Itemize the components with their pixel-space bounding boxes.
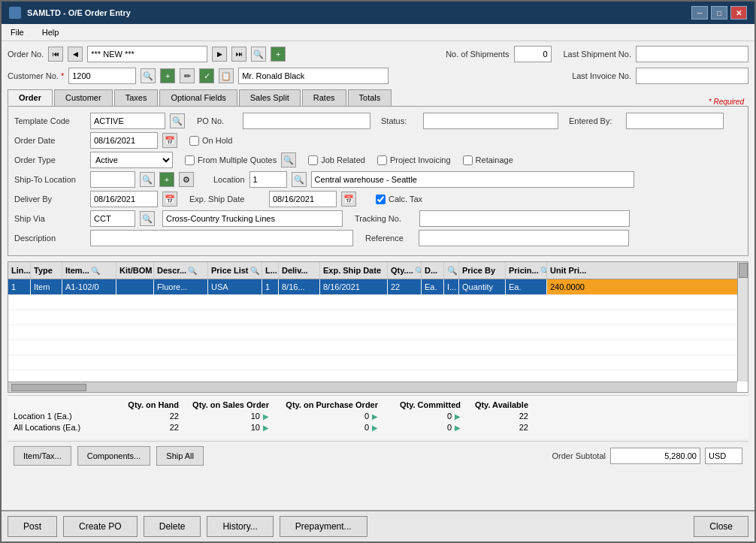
exp-ship-date-input[interactable]: 08/16/2021 [269,191,337,207]
customer-add-button[interactable]: + [160,68,175,83]
order-search-button[interactable]: 🔍 [251,47,266,62]
cell-qty: 22 [388,279,422,294]
deliver-by-calendar[interactable]: 📅 [162,192,177,207]
retainage-checkbox[interactable] [463,155,473,165]
post-button[interactable]: Post [8,516,57,537]
job-related-checkbox[interactable] [308,155,318,165]
components-button[interactable]: Components... [77,446,151,466]
close-button[interactable]: ✕ [730,6,747,20]
minimize-button[interactable]: ─ [691,6,708,20]
title-bar: SAMLTD - O/E Order Entry ─ □ ✕ [2,2,754,24]
item-tax-button[interactable]: Item/Tax... [14,446,71,466]
col-type: Type [31,262,62,279]
all-purchase-order-arrow-icon[interactable]: ▶ [372,424,378,432]
all-locations-qty-row: All Locations (Ea.) 22 10 ▶ 0 ▶ 0 ▶ 22 [14,423,742,432]
all-locations-qty-on-sales-order-cell: 10 ▶ [179,423,269,432]
tab-customer[interactable]: Customer [54,89,113,106]
prepayment-button[interactable]: Prepayment... [280,516,367,537]
table-row [8,325,748,340]
location-input[interactable]: 1 [249,171,287,188]
last-shipment-input[interactable] [636,46,748,62]
po-no-input[interactable] [243,113,370,129]
order-add-button[interactable]: + [271,47,286,62]
customer-no-input[interactable]: 1200 [68,68,136,84]
customer-edit-button[interactable]: ✏ [180,68,195,83]
vertical-scrollbar[interactable] [737,262,748,382]
location-search-button[interactable]: 🔍 [292,172,307,187]
col-qty-label: Qty.... [391,266,413,275]
table-row[interactable]: 1 Item A1-102/0 Fluore... USA 1 8/16... … [8,279,748,295]
tab-totals[interactable]: Totals [348,89,392,106]
no-shipments-input[interactable]: 0 [514,46,552,62]
order-date-input[interactable]: 08/16/2021 [90,132,158,149]
title-controls[interactable]: ─ □ ✕ [691,6,747,20]
project-invoicing-checkbox[interactable] [377,155,387,165]
all-locations-qty-committed-cell: 0 ▶ [378,423,461,432]
calc-tax-label: Calc. Tax [389,195,422,204]
order-no-label: Order No. [8,50,44,59]
history-button[interactable]: History... [207,516,273,537]
tab-sales-split[interactable]: Sales Split [239,89,301,106]
ship-via-desc-input[interactable]: Cross-Country Trucking Lines [162,210,343,227]
location-desc-input: Central warehouse - Seattle [311,171,634,188]
order-type-select[interactable]: Active [90,152,173,168]
order-date-calendar[interactable]: 📅 [162,133,177,148]
status-input[interactable] [423,113,558,129]
from-multiple-quotes-search[interactable]: 🔍 [281,152,296,167]
customer-info-button[interactable]: 📋 [219,68,234,83]
scrollbar-thumb-h[interactable] [11,384,86,391]
tab-optional-fields[interactable]: Optional Fields [159,89,237,106]
bottom-action-bar: Item/Tax... Components... Ship All Order… [8,441,748,470]
purchase-order-arrow-icon[interactable]: ▶ [372,412,378,421]
customer-search-button[interactable]: 🔍 [141,68,156,83]
entered-by-input[interactable] [626,113,724,129]
all-locations-qty-on-purchase-order: 0 [364,423,369,432]
ship-via-search-button[interactable]: 🔍 [140,211,155,226]
ship-all-button[interactable]: Ship All [156,446,204,466]
maximize-button[interactable]: □ [711,6,727,20]
template-code-input[interactable]: ACTIVE [90,113,165,129]
nav-next-button[interactable]: ▶ [212,47,227,62]
qty-on-purchase-order-header: Qty. on Purchase Order [269,400,378,409]
tab-taxes[interactable]: Taxes [114,89,159,106]
nav-last-button[interactable]: ⏭ [231,47,246,62]
menu-help[interactable]: Help [33,26,68,39]
ship-to-search-button[interactable]: 🔍 [140,172,155,187]
committed-arrow-icon[interactable]: ▶ [455,412,461,421]
order-no-input[interactable]: *** NEW *** [87,46,207,62]
horizontal-scrollbar[interactable] [8,382,737,392]
template-search-button[interactable]: 🔍 [170,113,185,128]
close-button[interactable]: Close [694,516,748,537]
create-po-button[interactable]: Create PO [63,516,138,537]
ship-to-add-button[interactable]: + [159,172,174,187]
footer-left-buttons: Post Create PO Delete History... Prepaym… [8,516,367,537]
exp-ship-date-calendar[interactable]: 📅 [341,192,356,207]
tab-order[interactable]: Order [8,89,53,106]
sales-order-arrow-icon[interactable]: ▶ [263,412,269,421]
col-kitbom: Kit/BOM [116,262,154,279]
deliver-by-row: Deliver By 08/16/2021 📅 Exp. Ship Date 0… [14,191,742,207]
all-committed-arrow-icon[interactable]: ▶ [455,424,461,432]
reference-input[interactable] [419,230,629,246]
ship-to-edit-button[interactable]: ⚙ [179,172,194,187]
customer-check-button[interactable]: ✓ [199,68,214,83]
last-invoice-input[interactable] [636,68,748,84]
customer-name-input[interactable]: Mr. Ronald Black [238,68,389,84]
ship-to-location-input[interactable] [90,171,135,188]
description-input[interactable] [90,230,353,246]
nav-prev-button[interactable]: ◀ [68,47,83,62]
currency-input[interactable]: USD [705,448,742,464]
tab-rates[interactable]: Rates [302,89,346,106]
tracking-no-input[interactable] [419,210,630,227]
delete-button[interactable]: Delete [144,516,201,537]
calc-tax-checkbox[interactable] [376,195,386,204]
on-hold-checkbox[interactable] [189,136,199,146]
from-multiple-quotes-checkbox[interactable] [185,155,195,165]
cell-loc: 1 [262,279,279,294]
deliver-by-input[interactable]: 08/16/2021 [90,191,158,207]
menu-file[interactable]: File [2,26,33,39]
all-sales-order-arrow-icon[interactable]: ▶ [263,424,269,432]
nav-first-button[interactable]: ⏮ [48,47,63,62]
ship-via-input[interactable]: CCT [90,210,135,227]
scrollbar-thumb-v[interactable] [739,263,748,278]
